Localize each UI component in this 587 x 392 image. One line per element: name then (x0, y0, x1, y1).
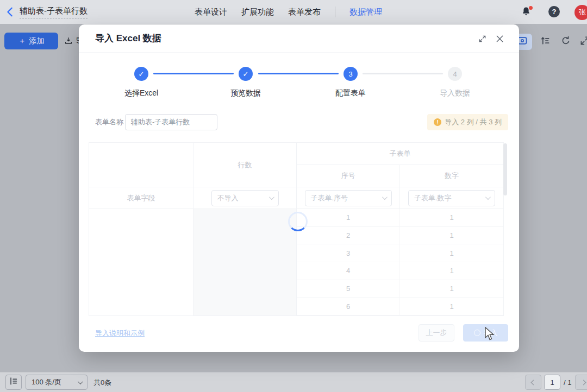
table-cell: 1 (400, 244, 503, 262)
field-select-number[interactable]: 子表单.数字 (408, 190, 495, 206)
add-button-label: 添加 (29, 36, 45, 46)
next-page-button[interactable] (575, 375, 587, 390)
chevron-left-icon (530, 380, 536, 385)
step-check-icon: ✓ (134, 67, 148, 81)
table-cell: 4 (297, 262, 400, 280)
total-count-label: 共0条 (93, 372, 111, 392)
sort-button[interactable] (537, 34, 553, 50)
table-cell: 1 (400, 227, 503, 245)
button-loading-icon (474, 330, 480, 336)
table-cell: 5 (297, 280, 400, 298)
form-name-row: 表单名称 辅助表-子表单行数 ! 导入 2 列 / 共 3 列 (79, 114, 519, 130)
import-columns-text: 导入 2 列 / 共 3 列 (445, 117, 502, 127)
step-label: 预览数据 (210, 88, 281, 98)
chevron-down-icon (78, 379, 83, 384)
field-select-seq[interactable]: 子表单.序号 (305, 190, 392, 206)
step-check-icon: ✓ (239, 67, 253, 81)
loading-spinner (288, 212, 308, 231)
fullscreen-button[interactable] (577, 34, 587, 50)
modal-title: 导入 Excel 数据 (95, 32, 161, 45)
chevron-left-icon (4, 10, 16, 20)
nav-extensions[interactable]: 扩展功能 (241, 7, 274, 17)
main-nav: 表单设计 扩展功能 表单发布 数据管理 (195, 0, 382, 24)
field-cell: 子表单.序号 (297, 187, 400, 209)
expand-icon[interactable] (477, 34, 487, 43)
nav-form-design[interactable]: 表单设计 (195, 7, 227, 17)
page-title[interactable]: 辅助表-子表单行数 (20, 6, 88, 18)
table-cell: 3 (297, 244, 400, 262)
notifications-button[interactable] (521, 6, 533, 18)
select-value: 子表单.数字 (414, 193, 452, 203)
nav-form-publish[interactable]: 表单发布 (288, 7, 321, 17)
import-help-link[interactable]: 导入说明和示例 (95, 328, 145, 338)
fullscreen-icon (579, 35, 587, 48)
import-submit-label: 导入 (484, 328, 498, 338)
page-total-label: / 1 (564, 372, 571, 392)
column-header-rowcount: 行数 (193, 143, 297, 187)
notification-badge-dot (529, 6, 533, 10)
step-import-data: 4 导入数据 (420, 67, 490, 98)
table-cell: 1 (400, 262, 503, 280)
modal-header: 导入 Excel 数据 (79, 24, 519, 53)
step-label: 选择Excel (106, 88, 177, 98)
table-cell: 1 (400, 298, 503, 315)
table-cell: 2 (297, 227, 400, 245)
page-size-select[interactable]: 100 条/页 (26, 375, 88, 390)
avatar[interactable]: 张 (574, 5, 587, 20)
close-icon[interactable] (495, 34, 504, 43)
data-col-blank (89, 209, 193, 315)
display-settings-button[interactable] (5, 375, 22, 390)
step-preview-data: ✓ 预览数据 (210, 67, 281, 98)
chevron-down-icon (382, 194, 387, 200)
warning-icon: ! (434, 118, 441, 126)
table-scrollbar[interactable] (503, 143, 507, 195)
select-value: 子表单.序号 (311, 193, 348, 203)
help-button[interactable]: ? (548, 6, 560, 17)
table-cell: 1 (297, 209, 400, 227)
field-cell: 不导入 (193, 187, 297, 209)
field-cell: 子表单.数字 (400, 187, 503, 209)
step-label: 配置表单 (315, 88, 386, 98)
prev-page-button[interactable] (525, 375, 541, 390)
table-cell: 1 (400, 280, 503, 298)
data-col-not-imported (193, 209, 297, 315)
column-settings-icon (9, 376, 18, 388)
download-icon (64, 36, 73, 47)
chevron-down-icon (268, 194, 274, 200)
page-bottom-bar: 100 条/页 共0条 1 / 1 (0, 372, 587, 392)
refresh-icon (560, 35, 571, 48)
import-columns-badge: ! 导入 2 列 / 共 3 列 (427, 114, 508, 130)
form-name-label: 表单名称 (95, 114, 123, 130)
step-configure-form: 3 配置表单 (315, 67, 386, 98)
import-submit-button[interactable]: 导入 (463, 324, 508, 342)
nav-divider (335, 7, 335, 17)
wizard-stepper: ✓ 选择Excel ✓ 预览数据 3 配置表单 4 导入数据 (79, 62, 519, 111)
table-corner-cell (89, 143, 193, 187)
previous-step-button[interactable]: 上一步 (419, 324, 454, 342)
field-row-label: 表单字段 (89, 187, 193, 209)
step-number: 3 (344, 67, 358, 81)
bell-icon (521, 9, 532, 18)
nav-data-management[interactable]: 数据管理 (349, 7, 382, 17)
chevron-down-icon (485, 194, 491, 200)
column-group-header-subform: 子表单 (297, 143, 503, 165)
sort-icon (540, 35, 551, 48)
plus-icon: ＋ (18, 36, 26, 46)
step-label: 导入数据 (420, 88, 490, 98)
screen: ＋ 添加 导入 100 条/页 (0, 0, 587, 392)
back-button[interactable] (4, 6, 16, 18)
refresh-button[interactable] (558, 34, 574, 50)
form-name-input[interactable]: 辅助表-子表单行数 (125, 114, 217, 130)
table-cell: 6 (297, 298, 400, 315)
field-select-rowcount[interactable]: 不导入 (211, 190, 279, 206)
column-header-seq: 序号 (297, 165, 400, 187)
column-header-number: 数字 (400, 165, 503, 187)
add-button[interactable]: ＋ 添加 (4, 33, 58, 49)
current-page-input[interactable]: 1 (544, 375, 560, 390)
import-excel-modal: 导入 Excel 数据 ✓ 选择Excel ✓ 预览数据 3 配置 (79, 24, 519, 352)
top-header-bar: 辅助表-子表单行数 表单设计 扩展功能 表单发布 数据管理 ? 张 (0, 0, 587, 24)
step-select-excel: ✓ 选择Excel (106, 67, 177, 98)
page-size-value: 100 条/页 (32, 377, 61, 387)
table-cell: 1 (400, 209, 503, 227)
step-number: 4 (448, 67, 462, 81)
